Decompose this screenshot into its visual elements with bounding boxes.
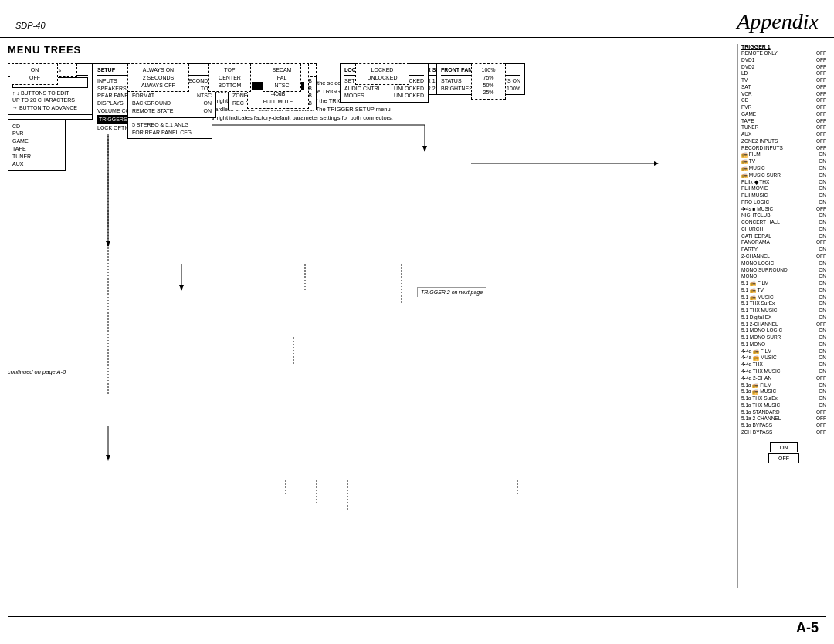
sidebar-row-plii-music: PLII MUSICON (741, 192, 826, 199)
sidebar-row-church: CHURCHON (741, 226, 826, 233)
input-item-9: GAME (12, 137, 61, 145)
sidebar-row-2channel: 2-CHANNELOFF (741, 253, 826, 260)
sidebar-row-44s-music: 4•4s ■ MUSICOFF (741, 206, 826, 213)
sidebar-row-ld: LDOFF (741, 70, 826, 77)
sidebar-row-51a-2channel: 5.1a 2-CHANNELOFF (741, 415, 826, 422)
osd-fmt-1: SECAM (267, 66, 297, 74)
footer-line (8, 616, 826, 617)
page: SDP-40 Appendix MENU TREES (0, 0, 834, 644)
continued-text: continued on page A-6 (8, 368, 66, 375)
sidebar-row-party: PARTYON (741, 246, 826, 253)
lock-item-3: MODESUNLOCKED (344, 92, 424, 100)
sidebar-row-cd: CDOFF (741, 97, 826, 104)
rear-panel-item-6: FOR REAR PANEL CFG (132, 129, 208, 137)
sidebar-row-cathedral: CATHEDRALON (741, 233, 826, 240)
sidebar-row-44a-thx: 4•4a THXON (741, 361, 826, 368)
section-title: MENU TREES (8, 44, 737, 56)
arrows-svg (8, 63, 672, 588)
svg-marker-3 (106, 241, 110, 247)
sidebar-row-mono-surround: MONO SURROUNDON (741, 267, 826, 274)
sidebar: TRIGGER 1 REMOTE ONLYOFF DVD1OFF DVD2OFF… (737, 44, 826, 588)
sidebar-row-51tv: 📻 TVON (741, 158, 826, 165)
osd-status-1: ALWAYS ON (132, 66, 185, 74)
osd-item-4: BACKGROUNDON (132, 100, 212, 107)
footer: A-5 (796, 620, 819, 636)
sidebar-row-51-thx-music: 5.1 THX MUSICON (741, 307, 826, 314)
osd-status-2: 2 SECONDS (132, 74, 185, 82)
av-sync-sub-box: ON OFF (12, 63, 58, 85)
sidebar-row-51-digital-ex: 5.1 Digital EXON (741, 314, 826, 321)
lock-sub-2: UNLOCKED (360, 74, 405, 82)
content: MENU TREES (0, 38, 834, 595)
sidebar-on: ON (770, 442, 798, 452)
sidebar-row-game: GAMEOFF (741, 111, 826, 118)
osd-status-sub: ALWAYS ON 2 SECONDS ALWAYS OFF (127, 63, 189, 92)
osd-position-sub: TOP CENTER BOTTOM (208, 63, 251, 92)
sidebar-row-51-2channel: 5.1 2-CHANNELOFF (741, 321, 826, 328)
sidebar-row-51music: 📻 MUSICON (741, 165, 826, 172)
sidebar-row-44a-2chan: 4•4a 2-CHANOFF (741, 375, 826, 382)
edit-custom-line-3: → BUTTON TO ADVANCE (12, 104, 88, 112)
av-sync-on: ON (16, 66, 53, 74)
sidebar-row-plii-movie: PLII MOVIEON (741, 185, 826, 192)
lock-item-2: AUDIO CNTRLUNLOCKED (344, 85, 424, 93)
input-item-11: TUNER (12, 153, 61, 161)
input-item-7: CD (12, 123, 61, 130)
osd-item-3: FORMATNTSC (132, 92, 212, 100)
sidebar-trigger1-title: TRIGGER 1 (741, 44, 826, 49)
sidebar-row-aux: AUXOFF (741, 131, 826, 138)
sidebar-row-51a-standard: 5.1a STANDARDOFF (741, 409, 826, 416)
flow-area: MAIN MENU MODE ADJUST AUDIO CONTROLS SET… (8, 63, 672, 588)
sidebar-row-44a-music: 4•4a 📻 MUSICON (741, 354, 826, 361)
sidebar-row-tv: TVOFF (741, 77, 826, 84)
header-right: Appendix (737, 9, 819, 34)
sidebar-row-51-mono-surr: 5.1 MONO SURRON (741, 334, 826, 341)
lock-sub-1: LOCKED (360, 66, 405, 74)
sidebar-row-nightclub: NIGHTCLUBON (741, 212, 826, 219)
rear-panel-item-5: 5 STEREO & 5.1 ANLG (132, 121, 208, 129)
sidebar-row-51a-film: 5.1a 📻 FILMON (741, 382, 826, 389)
input-item-10: TAPE (12, 145, 61, 153)
sidebar-on-off: ON OFF (741, 442, 826, 463)
sidebar-row-dvd2: DVD2OFF (741, 64, 826, 71)
osd-format-sub: SECAM PAL NTSC (263, 63, 301, 92)
fpd-b-3: 50% (476, 82, 501, 90)
svg-marker-16 (106, 455, 110, 461)
sidebar-row-51-thx-surex: 5.1 THX SurExON (741, 300, 826, 307)
sidebar-row-51a-thx-surex: 5.1a THX SurExON (741, 395, 826, 402)
header: SDP-40 Appendix (0, 0, 834, 38)
osd-pos-3: BOTTOM (213, 82, 246, 90)
sidebar-row-51a-bypass: 5.1a BYPASSOFF (741, 422, 826, 429)
sidebar-row-51-mono: 5.1 MONOON (741, 341, 826, 348)
sidebar-row-51a-thx-music: 5.1a THX MUSICON (741, 402, 826, 409)
sidebar-row-sat: SATOFF (741, 84, 826, 91)
fpd-b-2: 75% (476, 74, 501, 82)
sidebar-row-concert: CONCERT HALLON (741, 219, 826, 226)
sidebar-row-tape: TAPEOFF (741, 118, 826, 125)
sidebar-trigger1-section: TRIGGER 1 REMOTE ONLYOFF DVD1OFF DVD2OFF… (741, 44, 826, 436)
sidebar-row-tuner: TUNEROFF (741, 124, 826, 131)
fpd-b-4: 25% (476, 89, 501, 97)
input-item-8: PVR (12, 130, 61, 137)
svg-marker-11 (179, 285, 184, 291)
main-area: MENU TREES (8, 44, 737, 588)
osd-item-5: REMOTE STATEON (132, 107, 212, 115)
sidebar-row-51-film-b: 5.1 📻 FILMON (741, 280, 826, 287)
av-sync-off: OFF (16, 74, 53, 82)
osd-pos-1: TOP (213, 66, 246, 74)
sidebar-row-panorama: PANORAMAOFF (741, 239, 826, 246)
osd-fmt-2: PAL (267, 74, 297, 82)
sidebar-row-dvd1: DVD1OFF (741, 57, 826, 64)
header-left: SDP-40 (15, 21, 46, 30)
edit-custom-line-2: UP TO 20 CHARACTERS (12, 97, 88, 104)
sidebar-row-zone2: ZONE2 INPUTSOFF (741, 138, 826, 145)
sidebar-row-51musicsurr: 📻 MUSIC SURRON (741, 172, 826, 179)
sidebar-row-51-mono-logic: 5.1 MONO LOGICON (741, 327, 826, 334)
sidebar-row-mono-logic: MONO LOGICON (741, 260, 826, 267)
sidebar-row-vcr: VCROFF (741, 91, 826, 98)
osd-status-3: ALWAYS OFF (132, 82, 185, 90)
svg-marker-22 (654, 161, 659, 166)
sidebar-row-51-music-b: 5.1 📻 MUSICON (741, 294, 826, 301)
sidebar-row-pvr: PVROFF (741, 104, 826, 111)
edit-custom-line-1: ↑ ↓ BUTTONS TO EDIT (12, 90, 88, 97)
